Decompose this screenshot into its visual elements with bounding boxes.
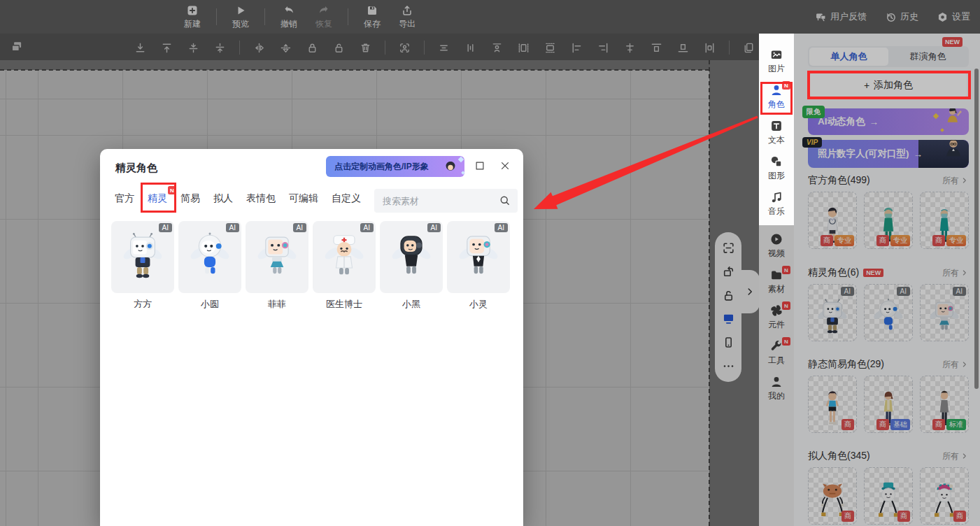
section-more-link[interactable]: 所有 bbox=[942, 359, 969, 371]
character-card-man-sweater[interactable]: 商标准 bbox=[920, 376, 969, 433]
sidebar-item-component[interactable]: 元件N bbox=[759, 299, 794, 335]
license-badge: 标准 bbox=[946, 419, 966, 430]
sidebar-item-character[interactable]: 角色N bbox=[759, 79, 794, 115]
promo-banner-photo-digital-human[interactable]: 照片数字人(可对口型) → bbox=[808, 140, 969, 168]
sparkle-icon bbox=[461, 171, 465, 175]
canvas-phone-icon[interactable] bbox=[722, 336, 735, 349]
character-card-snowman-beanie[interactable]: 商 bbox=[920, 467, 969, 525]
character-card-woman-cardigan[interactable]: 商基础 bbox=[864, 376, 913, 433]
character-card-robot-xiaoyuan[interactable]: AI bbox=[864, 284, 913, 341]
dialog-tab-官方[interactable]: 官方 bbox=[115, 192, 134, 205]
edit-tool-align-right-icon[interactable] bbox=[597, 42, 609, 54]
topbar-history-button[interactable]: 历史 bbox=[885, 10, 918, 23]
edit-tool-copy-icon[interactable] bbox=[743, 42, 755, 54]
canvas-monitor-icon[interactable] bbox=[722, 312, 735, 325]
sidebar-item-text[interactable]: 文本 bbox=[759, 115, 794, 150]
topbar-feedback-button[interactable]: 用户反馈 bbox=[815, 10, 867, 23]
layers-icon[interactable] bbox=[10, 40, 24, 54]
sidebar-item-image[interactable]: 图片 bbox=[759, 43, 794, 79]
search-input[interactable] bbox=[374, 189, 518, 213]
edit-tool-distribute-h-box-icon[interactable] bbox=[544, 42, 556, 54]
dialog-character-card-方方[interactable]: AI方方 bbox=[111, 221, 174, 311]
section-more-link[interactable]: 所有 bbox=[942, 450, 969, 462]
sidebar-item-shape[interactable]: 图形 bbox=[759, 150, 794, 186]
edit-tool-align-h-lines-icon[interactable] bbox=[438, 42, 450, 54]
canvas-rotate-canvas-icon[interactable] bbox=[722, 265, 735, 278]
canvas-more-icon[interactable] bbox=[722, 360, 735, 373]
edit-tool-align-v-lines-icon[interactable] bbox=[464, 42, 476, 54]
toolbar-button-save[interactable]: 保存 bbox=[355, 0, 390, 34]
character-card-woman-sporty[interactable]: 商 bbox=[808, 376, 857, 433]
panel-tab-single-character[interactable]: 单人角色 bbox=[809, 48, 888, 66]
edit-tool-delete-icon[interactable] bbox=[360, 42, 371, 54]
maximize-button[interactable] bbox=[474, 160, 485, 171]
dialog-tab-可编辑[interactable]: 可编辑 bbox=[289, 192, 318, 205]
license-badge: 商 bbox=[953, 511, 966, 522]
crowd-tab-new-badge: NEW bbox=[942, 37, 963, 47]
add-character-button[interactable]: + 添加角色 bbox=[810, 73, 967, 97]
customize-character-promo-banner[interactable]: 点击定制动画角色/IP形象 bbox=[326, 156, 464, 177]
sidebar-item-music[interactable]: 音乐 bbox=[759, 186, 794, 222]
section-more-link[interactable]: 所有 bbox=[942, 175, 969, 187]
topbar-settings-button[interactable]: 设置 bbox=[937, 10, 970, 23]
license-badge: 商 bbox=[841, 419, 854, 430]
dialog-tab-精灵[interactable]: 精灵N bbox=[148, 192, 167, 205]
edit-tool-align-bottom-icon[interactable] bbox=[677, 42, 689, 54]
panel-collapse-handle[interactable] bbox=[740, 270, 760, 313]
edit-tool-send-backward-icon[interactable] bbox=[134, 42, 146, 54]
edit-tool-align-top-person-icon[interactable] bbox=[491, 42, 503, 54]
dialog-character-card-小黑[interactable]: AI小黑 bbox=[380, 221, 443, 311]
edit-tool-bring-to-front-icon[interactable] bbox=[161, 42, 173, 54]
section-more-link[interactable]: 所有 bbox=[942, 267, 969, 279]
toolbar-button-plus-square[interactable]: 新建 bbox=[175, 0, 210, 34]
section-title: 拟人角色(345) bbox=[808, 450, 870, 462]
edit-tool-unlock-icon[interactable] bbox=[333, 42, 345, 54]
panel-tab-crowd-character[interactable]: 群演角色 bbox=[888, 48, 967, 66]
edit-tool-bring-forward-icon[interactable] bbox=[214, 42, 226, 54]
edit-tool-lock-icon[interactable] bbox=[306, 42, 318, 54]
promo-banner-ai-dynamic[interactable]: AI动态角色 → bbox=[808, 108, 969, 135]
dialog-tab-拟人[interactable]: 拟人 bbox=[213, 192, 233, 205]
canvas-fit-screen-icon[interactable] bbox=[722, 241, 735, 255]
edit-tool-align-left-icon[interactable] bbox=[571, 42, 583, 54]
dialog-character-card-医生博士[interactable]: AI医生博士 bbox=[313, 221, 376, 311]
dialog-character-card-小圆[interactable]: AI小圆 bbox=[178, 221, 241, 311]
dialog-character-card-小灵[interactable]: AI小灵 bbox=[447, 221, 510, 311]
character-card-snowman-tophat[interactable]: 商 bbox=[864, 467, 913, 525]
edit-tool-smart-matting-icon[interactable] bbox=[399, 42, 411, 54]
close-icon[interactable] bbox=[499, 160, 511, 171]
toolbar-button-export[interactable]: 导出 bbox=[390, 0, 425, 34]
dialog-tab-简易[interactable]: 简易 bbox=[180, 192, 200, 205]
sidebar-item-tool[interactable]: 工具N bbox=[759, 335, 794, 371]
sidebar-item-video[interactable]: 视频 bbox=[759, 228, 794, 264]
character-card-surgeon-teal[interactable]: 商专业 bbox=[920, 192, 969, 249]
edit-tool-send-to-back-icon[interactable] bbox=[187, 42, 199, 54]
dialog-tab-自定义[interactable]: 自定义 bbox=[332, 192, 361, 205]
panel-scrollbar[interactable] bbox=[974, 69, 979, 389]
sidebar-item-mine[interactable]: 我的 bbox=[759, 371, 794, 406]
edit-tool-flip-horizontal-icon[interactable] bbox=[253, 42, 265, 54]
dialog-tab-label: 简易 bbox=[180, 192, 200, 204]
dialog-character-card-菲菲[interactable]: AI菲菲 bbox=[246, 221, 308, 311]
edit-tool-align-top-icon[interactable] bbox=[651, 42, 662, 54]
edit-tool-align-center-icon[interactable] bbox=[624, 42, 636, 54]
edit-tool-flip-vertical-icon[interactable] bbox=[280, 42, 292, 54]
toolbar-button-redo: 恢复 bbox=[306, 0, 341, 34]
character-card-robot-fangfang[interactable]: AI bbox=[808, 284, 857, 341]
section-header: 静态简易角色(29)所有 bbox=[808, 358, 969, 371]
character-card-doctor-female[interactable]: 商专业 bbox=[808, 192, 857, 249]
edit-tool-distribute-v-box-icon[interactable] bbox=[518, 42, 530, 54]
dialog-tabs: 官方精灵N简易拟人表情包可编辑自定义 bbox=[115, 192, 361, 205]
edit-tool-distribute-horizontal-icon[interactable] bbox=[704, 42, 716, 54]
canvas-unlock-open-icon[interactable] bbox=[722, 289, 735, 302]
toolbar-button-play[interactable]: 预览 bbox=[223, 0, 258, 34]
toolbar-button-undo[interactable]: 撤销 bbox=[271, 0, 306, 34]
dialog-tab-表情包[interactable]: 表情包 bbox=[246, 192, 276, 205]
character-card-pig-creature[interactable]: 商 bbox=[808, 467, 857, 525]
page-top-boundary bbox=[0, 69, 709, 71]
search-icon[interactable] bbox=[499, 194, 511, 206]
section-header: 拟人角色(345)所有 bbox=[808, 450, 969, 462]
character-card-robot-feifei[interactable]: AI bbox=[920, 284, 969, 341]
character-card-surgeon-green[interactable]: 商专业 bbox=[864, 192, 913, 249]
sidebar-item-material[interactable]: 素材N bbox=[759, 264, 794, 299]
